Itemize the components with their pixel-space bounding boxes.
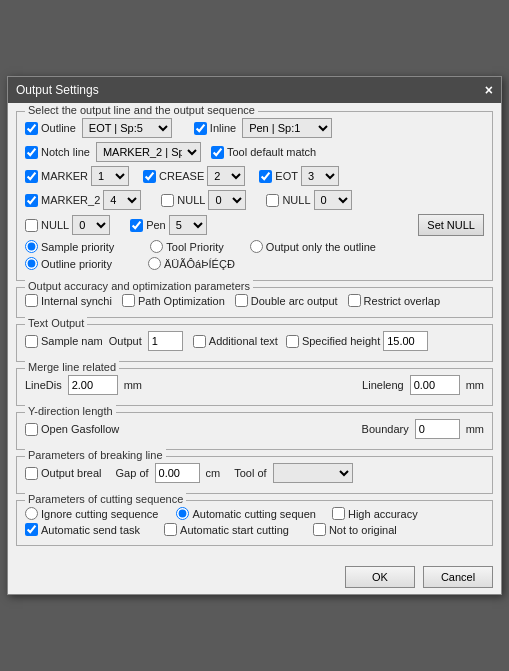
open-gasfollow-checkbox[interactable] xyxy=(25,423,38,436)
notch-checkbox[interactable] xyxy=(25,146,38,159)
dialog-title: Output Settings xyxy=(16,83,99,97)
output-input[interactable] xyxy=(148,331,183,351)
marker2-null-row: MARKER_2 4 NULL 0 NULL 0 xyxy=(25,190,484,210)
auto-seq-radio[interactable] xyxy=(176,507,189,520)
restrict-checkbox[interactable] xyxy=(348,294,361,307)
merge-line-section: Merge line related LineDis mm Lineleng m… xyxy=(16,368,493,406)
marker-item: MARKER 1 xyxy=(25,166,129,186)
ignore-seq-item: Ignore cutting sequence xyxy=(25,507,158,520)
title-bar: Output Settings × xyxy=(8,77,501,103)
internal-synch-checkbox[interactable] xyxy=(25,294,38,307)
output-break-label: Output breal xyxy=(41,467,102,479)
eot-select[interactable]: 3 xyxy=(301,166,339,186)
output-break-checkbox[interactable] xyxy=(25,467,38,480)
high-acc-checkbox[interactable] xyxy=(332,507,345,520)
merge-line-section-title: Merge line related xyxy=(25,361,119,373)
cut-sequence-section-title: Parameters of cutting sequence xyxy=(25,493,186,505)
sample-priority-label: Sample priority xyxy=(41,241,114,253)
y-direction-section: Y-direction length Open Gasfollow Bounda… xyxy=(16,412,493,450)
additional-checkbox[interactable] xyxy=(193,335,206,348)
break-line-section-title: Parameters of breaking line xyxy=(25,449,166,461)
gap-input[interactable] xyxy=(155,463,200,483)
gap-unit: cm xyxy=(206,467,221,479)
accuracy-section-title: Output accuracy and optimization paramet… xyxy=(25,280,253,292)
null1-select[interactable]: 0 xyxy=(208,190,246,210)
marker2-label: MARKER_2 xyxy=(41,194,100,206)
y-direction-row: Open Gasfollow Boundary mm xyxy=(25,419,484,439)
sample-name-label: Sample nam xyxy=(41,335,103,347)
specified-checkbox[interactable] xyxy=(286,335,299,348)
footer-buttons: OK Cancel xyxy=(8,560,501,594)
crease-checkbox[interactable] xyxy=(143,170,156,183)
marker2-checkbox[interactable] xyxy=(25,194,38,207)
dialog-body: Select the output line and the output se… xyxy=(8,103,501,560)
cancel-button[interactable]: Cancel xyxy=(423,566,493,588)
gap-label: Gap of xyxy=(116,467,149,479)
not-original-checkbox[interactable] xyxy=(313,523,326,536)
inline-select[interactable]: Pen | Sp:1 xyxy=(242,118,332,138)
marker-select[interactable]: 1 xyxy=(91,166,129,186)
high-acc-label: High accuracy xyxy=(348,508,418,520)
restrict-item: Restrict overlap xyxy=(348,294,440,307)
null2-select[interactable]: 0 xyxy=(314,190,352,210)
outline-priority-radio[interactable] xyxy=(25,257,38,270)
null3-select[interactable]: 0 xyxy=(72,215,110,235)
inline-checkbox[interactable] xyxy=(194,122,207,135)
auto-start-checkbox[interactable] xyxy=(164,523,177,536)
tool-label: Tool of xyxy=(234,467,266,479)
null2-checkbox[interactable] xyxy=(266,194,279,207)
inline-item: Inline xyxy=(194,122,236,135)
additional-label: Additional text xyxy=(209,335,278,347)
notch-select[interactable]: MARKER_2 | Sp:5: xyxy=(96,142,201,162)
marker-checkbox[interactable] xyxy=(25,170,38,183)
notch-row: Notch line MARKER_2 | Sp:5: Tool default… xyxy=(25,142,484,162)
path-opt-checkbox[interactable] xyxy=(122,294,135,307)
text-output-section-title: Text Output xyxy=(25,317,87,329)
tool-default-checkbox[interactable] xyxy=(211,146,224,159)
close-button[interactable]: × xyxy=(485,82,493,98)
output-line-section-title: Select the output line and the output se… xyxy=(25,104,258,116)
special-item: ÄÜÃÔáÞÍÉÇÐ xyxy=(148,257,235,270)
crease-select[interactable]: 2 xyxy=(207,166,245,186)
sample-name-checkbox[interactable] xyxy=(25,335,38,348)
set-null-button[interactable]: Set NULL xyxy=(418,214,484,236)
sample-priority-radio[interactable] xyxy=(25,240,38,253)
marker2-select[interactable]: 4 xyxy=(103,190,141,210)
outline-checkbox[interactable] xyxy=(25,122,38,135)
tool-priority-radio[interactable] xyxy=(150,240,163,253)
auto-start-label: Automatic start cutting xyxy=(180,524,289,536)
specified-input[interactable] xyxy=(383,331,428,351)
tool-default-item: Tool default match xyxy=(211,146,316,159)
linedis-unit: mm xyxy=(124,379,142,391)
linedis-input[interactable] xyxy=(68,375,118,395)
null3-checkbox[interactable] xyxy=(25,219,38,232)
marker-label: MARKER xyxy=(41,170,88,182)
crease-item: CREASE 2 xyxy=(143,166,245,186)
outline-item: Outline xyxy=(25,122,76,135)
output-label: Output xyxy=(109,335,142,347)
internal-synch-item: Internal synchi xyxy=(25,294,112,307)
text-output-section: Text Output Sample nam Output Additional… xyxy=(16,324,493,362)
special-radio[interactable] xyxy=(148,257,161,270)
tool-select[interactable] xyxy=(273,463,353,483)
auto-send-label: Automatic send task xyxy=(41,524,140,536)
not-original-item: Not to original xyxy=(313,523,397,536)
pen-label: Pen xyxy=(146,219,166,231)
null1-label: NULL xyxy=(177,194,205,206)
outline-select[interactable]: EOT | Sp:5 xyxy=(82,118,172,138)
eot-checkbox[interactable] xyxy=(259,170,272,183)
null1-checkbox[interactable] xyxy=(161,194,174,207)
pen-select[interactable]: 5 xyxy=(169,215,207,235)
eot-item: EOT 3 xyxy=(259,166,339,186)
not-original-label: Not to original xyxy=(329,524,397,536)
ok-button[interactable]: OK xyxy=(345,566,415,588)
lineleng-input[interactable] xyxy=(410,375,460,395)
auto-send-checkbox[interactable] xyxy=(25,523,38,536)
double-arc-checkbox[interactable] xyxy=(235,294,248,307)
pen-checkbox[interactable] xyxy=(130,219,143,232)
output-break-item: Output breal xyxy=(25,467,102,480)
output-outline-radio[interactable] xyxy=(250,240,263,253)
output-outline-label: Output only the outline xyxy=(266,241,376,253)
ignore-seq-radio[interactable] xyxy=(25,507,38,520)
boundary-input[interactable] xyxy=(415,419,460,439)
